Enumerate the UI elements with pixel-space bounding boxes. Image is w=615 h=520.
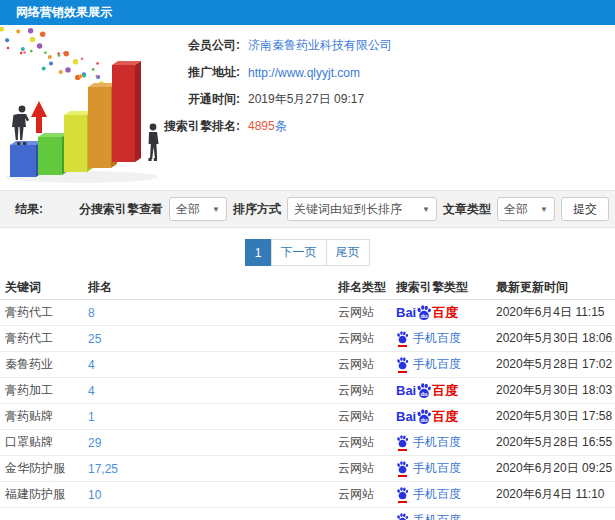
rank-count-number: 4895 [248,119,275,133]
cell-rank-type: 云网站 [338,408,396,425]
cell-keyword: 膏药代工 [0,330,88,347]
baidu-paw-icon [396,357,409,370]
info-row-open-time: 开通时间: 2019年5月27日 09:17 [130,91,615,108]
cell-engine: Baidu百度 [396,304,496,322]
cell-rank-type: 云网站 [338,330,396,347]
cell-updated: 2020年6月4日 11:10 [496,486,615,503]
cell-rank[interactable]: 10 [88,488,338,502]
next-page-button[interactable]: 下一页 [271,239,327,266]
chevron-down-icon: ▼ [212,205,220,214]
cell-updated: 2020年5月28日 17:02 [496,356,615,373]
baidu-paw-icon: du [416,305,432,321]
engine-filter-select[interactable]: 全部 ▼ [169,197,227,221]
cell-updated: 2020年5月30日 17:58 [496,408,615,425]
engine-filter-label: 分搜索引擎查看 [79,201,163,218]
cell-updated: 2020年5月30日 18:03 [496,382,615,399]
cell-rank[interactable]: 17,25 [88,462,338,476]
cell-rank-type: 云网站 [338,486,396,503]
cell-rank-type: 云网站 [338,434,396,451]
svg-text:du: du [421,390,429,396]
info-row-url: 推广地址: http://www.qlyyjt.com [130,64,615,81]
result-label: 结果: [15,201,43,218]
cell-rank[interactable]: 29 [88,436,338,450]
baidu-mobile-logo: 手机百度 [396,512,461,520]
col-header-engine: 搜索引擎类型 [396,279,496,296]
businessman-left-icon [12,106,29,145]
cell-keyword: 秦鲁药业 [0,356,88,373]
info-row-rank-count: 搜索引擎排名: 4895条 [130,118,615,135]
company-link[interactable]: 济南秦鲁药业科技有限公司 [248,37,392,54]
table-row: 秦鲁药业4云网站手机百度2020年5月28日 17:02 [0,352,615,378]
sort-label: 排序方式 [233,201,281,218]
page-title: 网络营销效果展示 [16,4,112,21]
open-time-label: 开通时间: [130,91,240,108]
table-row: 膏药代工25云网站手机百度2020年5月30日 18:06 [0,326,615,352]
cell-engine: 手机百度 [396,330,496,347]
cell-rank-type: 云网站 [338,304,396,321]
cell-engine: Baidu百度 [396,382,496,400]
cell-keyword: 膏药贴牌 [0,408,88,425]
baidu-paw-icon [396,331,409,344]
table-header: 关键词 排名 排名类型 搜索引擎类型 最新更新时间 [0,275,615,300]
rank-count-unit: 条 [275,119,287,133]
cell-engine: 手机百度 [396,434,496,451]
baidu-paw-icon: du [416,409,432,425]
sort-select[interactable]: 关键词由短到长排序 ▼ [287,197,437,221]
paw-underline [398,371,407,373]
baidu-paw-icon: du [416,383,432,399]
cell-keyword: 福建防护服 [0,486,88,503]
cell-rank-type: 云网站 [338,460,396,477]
svg-text:du: du [421,416,429,422]
cell-rank[interactable]: 8 [88,306,338,320]
baidu-mobile-logo: 手机百度 [396,330,461,347]
baidu-paw-icon [396,461,409,474]
article-type-select[interactable]: 全部 ▼ [497,197,555,221]
cell-keyword: 金华防护服 [0,460,88,477]
cell-updated: 2020年6月20日 09:25 [496,460,615,477]
paw-underline [398,475,407,477]
up-arrow-icon [31,101,47,133]
paw-underline [398,449,407,451]
baidu-paw-icon [396,513,409,520]
baidu-paw-icon [396,487,409,500]
cell-engine: 手机百度 [396,512,496,520]
filter-bar: 结果: 分搜索引擎查看 全部 ▼ 排序方式 关键词由短到长排序 ▼ 文章类型 全… [0,190,615,228]
engine-rank-value: 4895条 [248,118,287,135]
cell-updated: 2020年6月4日 11:15 [496,304,615,321]
cell-engine: Baidu百度 [396,408,496,426]
chevron-down-icon: ▼ [540,205,548,214]
results-table: 关键词 排名 排名类型 搜索引擎类型 最新更新时间 膏药代工8云网站Baidu百… [0,275,615,520]
table-row: 手机百度 [0,508,615,520]
promo-url-label: 推广地址: [130,64,240,81]
engine-rank-label: 搜索引擎排名: [130,118,240,135]
open-time-value: 2019年5月27日 09:17 [248,91,364,108]
last-page-button[interactable]: 尾页 [326,239,370,266]
table-row: 金华防护服17,25云网站手机百度2020年6月20日 09:25 [0,456,615,482]
baidu-mobile-logo: 手机百度 [396,460,461,477]
cell-engine: 手机百度 [396,460,496,477]
baidu-mobile-logo: 手机百度 [396,434,461,451]
cell-rank[interactable]: 4 [88,358,338,372]
baidu-pc-logo: Baidu百度 [396,408,458,426]
cell-rank-type: 云网站 [338,356,396,373]
baidu-pc-logo: Baidu百度 [396,304,458,322]
table-body: 膏药代工8云网站Baidu百度2020年6月4日 11:15膏药代工25云网站手… [0,300,615,520]
baidu-pc-logo: Baidu百度 [396,382,458,400]
svg-text:du: du [421,312,429,318]
cell-rank-type: 云网站 [338,382,396,399]
paw-underline [398,501,407,503]
paw-underline [398,345,407,347]
baidu-mobile-logo: 手机百度 [396,486,461,503]
pagination: 1 下一页 尾页 [0,239,615,266]
engine-filter-value: 全部 [176,201,200,218]
cell-rank[interactable]: 1 [88,410,338,424]
cell-rank[interactable]: 4 [88,384,338,398]
promo-url-link[interactable]: http://www.qlyyjt.com [248,66,360,80]
filter-controls: 分搜索引擎查看 全部 ▼ 排序方式 关键词由短到长排序 ▼ 文章类型 全部 ▼ … [79,197,609,221]
chevron-down-icon: ▼ [422,205,430,214]
article-type-label: 文章类型 [443,201,491,218]
submit-button[interactable]: 提交 [561,197,609,221]
cell-rank[interactable]: 25 [88,332,338,346]
col-header-rank-type: 排名类型 [338,279,396,296]
page-1-button[interactable]: 1 [245,239,272,266]
